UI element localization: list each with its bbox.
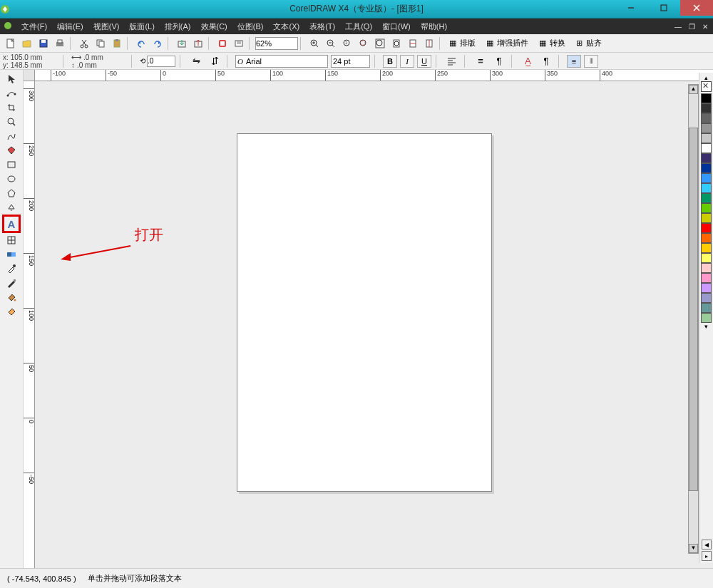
palette-down-icon[interactable]: ▾: [702, 323, 711, 330]
color-swatch[interactable]: [701, 263, 712, 273]
mirror-v-icon[interactable]: ⇵: [207, 54, 222, 68]
menu-effects[interactable]: 效果(C): [197, 20, 232, 33]
no-color-swatch[interactable]: [701, 81, 712, 92]
menu-layout[interactable]: 版面(L): [125, 20, 158, 33]
plugins-group[interactable]: ▦增强插件: [483, 36, 535, 50]
page[interactable]: [237, 133, 492, 492]
mdi-restore[interactable]: ❐: [687, 22, 697, 31]
zoom-selection-icon[interactable]: [356, 36, 371, 51]
menu-text[interactable]: 文本(X): [269, 20, 304, 33]
color-swatch[interactable]: [701, 193, 712, 203]
color-swatch[interactable]: [701, 123, 712, 133]
zoom-width-icon[interactable]: [405, 36, 421, 51]
vertical-ruler[interactable]: 300250200150100500-50: [24, 81, 35, 571]
char-format-icon[interactable]: A̲: [520, 54, 535, 68]
scroll-up-icon[interactable]: ▲: [689, 85, 698, 94]
color-swatch[interactable]: [701, 103, 712, 113]
text-direction-h-icon[interactable]: ≡: [567, 55, 581, 68]
color-swatch[interactable]: [701, 143, 712, 153]
mirror-h-icon[interactable]: ⇋: [188, 54, 204, 68]
import-button[interactable]: [174, 36, 190, 51]
color-swatch[interactable]: [701, 233, 712, 243]
color-swatch[interactable]: [701, 253, 712, 263]
color-swatch[interactable]: [701, 113, 712, 123]
interactive-fill-tool[interactable]: [4, 305, 19, 318]
color-swatch[interactable]: [701, 243, 712, 253]
font-family-select[interactable]: OArial: [235, 55, 328, 68]
layout-group[interactable]: ▦排版: [446, 36, 482, 50]
cut-button[interactable]: [76, 36, 92, 51]
bullets-icon[interactable]: ≡: [473, 54, 488, 68]
dropcap-icon[interactable]: ¶: [491, 54, 507, 68]
undo-button[interactable]: [133, 36, 149, 51]
paste-button[interactable]: [109, 36, 125, 51]
color-swatch[interactable]: [701, 213, 712, 223]
zoom-page-icon[interactable]: [389, 36, 404, 51]
convert-group[interactable]: ▦转换: [535, 36, 572, 50]
italic-button[interactable]: I: [400, 55, 414, 68]
menu-view[interactable]: 视图(V): [89, 20, 124, 33]
basic-shapes-tool[interactable]: ⋆: [4, 201, 19, 214]
menu-table[interactable]: 表格(T): [305, 20, 339, 33]
zoom-out-icon[interactable]: [323, 36, 339, 51]
color-swatch[interactable]: [701, 273, 712, 283]
color-swatch[interactable]: [701, 183, 712, 193]
redo-button[interactable]: [150, 36, 165, 51]
ellipse-tool[interactable]: [4, 172, 19, 185]
outline-tool[interactable]: [4, 277, 19, 289]
underline-button[interactable]: U: [417, 55, 431, 68]
color-swatch[interactable]: [701, 163, 712, 173]
menu-file[interactable]: 文件(F): [17, 20, 51, 33]
bold-button[interactable]: B: [383, 55, 397, 68]
close-button[interactable]: [680, 0, 713, 16]
crop-tool[interactable]: [4, 101, 19, 114]
save-button[interactable]: [36, 36, 51, 51]
print-button[interactable]: [52, 36, 68, 51]
zoom-all-icon[interactable]: [372, 36, 388, 51]
zoom-height-icon[interactable]: [421, 36, 437, 51]
text-tool[interactable]: A: [3, 215, 20, 232]
menu-help[interactable]: 帮助(H): [416, 20, 451, 33]
color-swatch[interactable]: [701, 313, 712, 323]
color-swatch[interactable]: [701, 303, 712, 313]
new-button[interactable]: [3, 36, 19, 51]
smart-fill-tool[interactable]: [4, 144, 19, 157]
export-button[interactable]: [190, 36, 206, 51]
welcome-button[interactable]: [231, 36, 247, 51]
rotation-input[interactable]: ⟲: [140, 56, 175, 67]
zoom-in-icon[interactable]: [307, 36, 322, 51]
text-direction-v-icon[interactable]: ⦀: [584, 55, 598, 68]
minimize-button[interactable]: [615, 0, 647, 16]
para-format-icon[interactable]: ¶: [538, 54, 554, 68]
app-launcher-button[interactable]: [215, 36, 230, 51]
canvas[interactable]: 打开: [35, 81, 713, 571]
vertical-scrollbar[interactable]: ▲ ▼: [688, 84, 699, 554]
color-swatch[interactable]: [701, 293, 712, 303]
interactive-tool[interactable]: [4, 248, 19, 261]
table-tool[interactable]: [4, 234, 19, 247]
eyedropper-tool[interactable]: [4, 262, 19, 275]
zoom-100-icon[interactable]: 1: [339, 36, 355, 51]
align-left-icon[interactable]: [444, 54, 460, 68]
palette-expand-icon[interactable]: ◀: [702, 540, 712, 550]
color-swatch[interactable]: [701, 173, 712, 183]
snap-group[interactable]: ⊞贴齐: [573, 36, 608, 50]
font-size-select[interactable]: [331, 55, 370, 68]
mdi-close[interactable]: ✕: [700, 22, 710, 31]
zoom-tool[interactable]: [4, 115, 19, 128]
zoom-level-select[interactable]: [255, 37, 298, 50]
menu-arrange[interactable]: 排列(A): [160, 20, 195, 33]
polygon-tool[interactable]: [4, 187, 19, 200]
menu-bitmap[interactable]: 位图(B): [233, 20, 268, 33]
open-button[interactable]: [19, 36, 35, 51]
mdi-minimize[interactable]: —: [672, 22, 684, 31]
horizontal-ruler[interactable]: -150-100-50050100150200250300350400: [35, 70, 713, 81]
menu-edit[interactable]: 编辑(E): [53, 20, 88, 33]
menu-tools[interactable]: 工具(Q): [341, 20, 376, 33]
shape-tool[interactable]: [4, 87, 19, 100]
color-swatch[interactable]: [701, 133, 712, 143]
menu-window[interactable]: 窗口(W): [378, 20, 415, 33]
palette-flyout-icon[interactable]: ▸: [702, 551, 712, 561]
rectangle-tool[interactable]: [4, 158, 19, 171]
maximize-button[interactable]: [647, 0, 680, 16]
